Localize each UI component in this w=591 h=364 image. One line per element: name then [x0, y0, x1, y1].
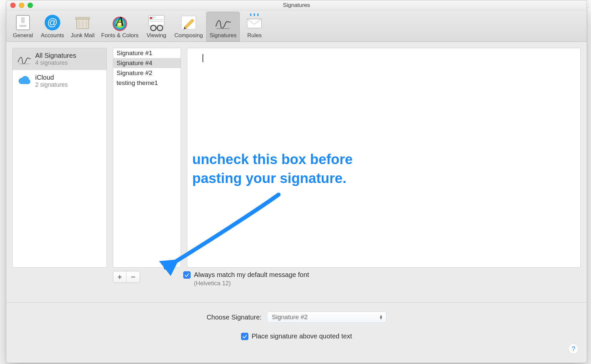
match-font-sublabel: (Helvetica 12): [194, 280, 309, 287]
place-above-label: Place signature above quoted text: [252, 332, 352, 340]
match-font-checkbox[interactable]: [183, 271, 191, 279]
viewing-icon: [147, 13, 166, 32]
tab-label: General: [13, 32, 33, 39]
tab-label: Accounts: [41, 32, 64, 39]
account-name: iCloud: [35, 74, 68, 81]
place-above-checkbox[interactable]: [241, 333, 248, 340]
signature-item[interactable]: Signature #4: [113, 58, 181, 68]
preferences-window: Signatures General @ Accounts Junk Mail: [6, 0, 587, 363]
place-above-row: Place signature above quoted text: [6, 332, 587, 340]
choose-signature-value: Signature #2: [272, 314, 308, 321]
tab-rules[interactable]: Rules: [240, 12, 269, 42]
match-font-label: Always match my default message font: [194, 271, 309, 279]
svg-point-20: [157, 25, 163, 31]
text-caret: [203, 54, 203, 62]
below-panes-row: + − Always match my default message font…: [6, 268, 587, 298]
signatures-list-pane: Signature #1 Signature #4 Signature #2 t…: [113, 48, 181, 268]
tab-signatures[interactable]: Signatures: [206, 12, 240, 42]
rules-icon: [245, 13, 264, 32]
junk-mail-icon: [73, 13, 92, 32]
titlebar: Signatures: [6, 0, 587, 10]
account-sub: 4 signatures: [35, 59, 76, 66]
tab-label: Rules: [247, 32, 262, 39]
add-remove-group: + −: [113, 271, 140, 283]
remove-signature-button[interactable]: −: [127, 271, 140, 283]
tab-label: Signatures: [210, 32, 236, 39]
preferences-toolbar: General @ Accounts Junk Mail: [6, 10, 587, 42]
tab-viewing[interactable]: Viewing: [142, 12, 171, 42]
match-font-row: Always match my default message font (He…: [183, 271, 309, 287]
accounts-pane: All Signatures 4 signatures iCloud 2 sig…: [12, 48, 107, 268]
tab-general[interactable]: General: [8, 12, 38, 42]
svg-rect-27: [247, 19, 262, 28]
svg-rect-16: [150, 19, 163, 20]
chevron-updown-icon: ▲▼: [379, 315, 383, 319]
checkmark-icon: [242, 334, 247, 339]
tab-composing[interactable]: Composing: [171, 12, 206, 42]
account-row-icloud[interactable]: iCloud 2 signatures: [13, 70, 107, 92]
signature-item[interactable]: Signature #2: [113, 68, 181, 78]
tab-label: Fonts & Colors: [101, 32, 138, 39]
accounts-icon: @: [43, 13, 62, 32]
tab-accounts[interactable]: @ Accounts: [38, 12, 67, 42]
composing-icon: [179, 13, 198, 32]
signature-editor[interactable]: [187, 48, 581, 268]
divider: [6, 302, 587, 303]
signature-item[interactable]: Signature #1: [113, 48, 181, 58]
account-sub: 2 signatures: [35, 81, 68, 88]
svg-rect-17: [150, 21, 163, 22]
svg-text:@: @: [47, 17, 57, 28]
svg-rect-3: [21, 17, 25, 23]
svg-text:A: A: [115, 14, 124, 29]
tab-label: Composing: [174, 32, 203, 39]
window-title: Signatures: [6, 2, 587, 9]
choose-signature-row: Choose Signature: Signature #2 ▲▼: [6, 309, 587, 325]
svg-point-19: [151, 25, 156, 31]
account-row-all-signatures[interactable]: All Signatures 4 signatures: [13, 48, 107, 70]
svg-rect-18: [150, 17, 152, 19]
svg-rect-4: [19, 25, 27, 27]
fonts-colors-icon: A: [110, 13, 129, 32]
tab-label: Junk Mail: [71, 32, 95, 39]
account-name: All Signatures: [35, 52, 76, 59]
content-area: All Signatures 4 signatures iCloud 2 sig…: [6, 42, 587, 363]
three-pane-layout: All Signatures 4 signatures iCloud 2 sig…: [6, 42, 587, 268]
svg-rect-8: [75, 17, 90, 20]
tab-fonts-colors[interactable]: A Fonts & Colors: [98, 12, 142, 42]
help-button[interactable]: ?: [568, 343, 579, 354]
checkmark-icon: [184, 272, 190, 278]
signatures-icon: [213, 13, 233, 32]
choose-signature-select[interactable]: Signature #2 ▲▼: [267, 312, 386, 323]
icloud-icon: [17, 73, 32, 89]
signature-icon: [17, 51, 32, 67]
signature-item[interactable]: testing theme1: [113, 78, 181, 88]
general-icon: [13, 13, 33, 32]
tab-label: Viewing: [147, 32, 166, 39]
tab-junk-mail[interactable]: Junk Mail: [67, 12, 98, 42]
add-signature-button[interactable]: +: [113, 271, 127, 283]
choose-signature-label: Choose Signature:: [207, 314, 262, 321]
